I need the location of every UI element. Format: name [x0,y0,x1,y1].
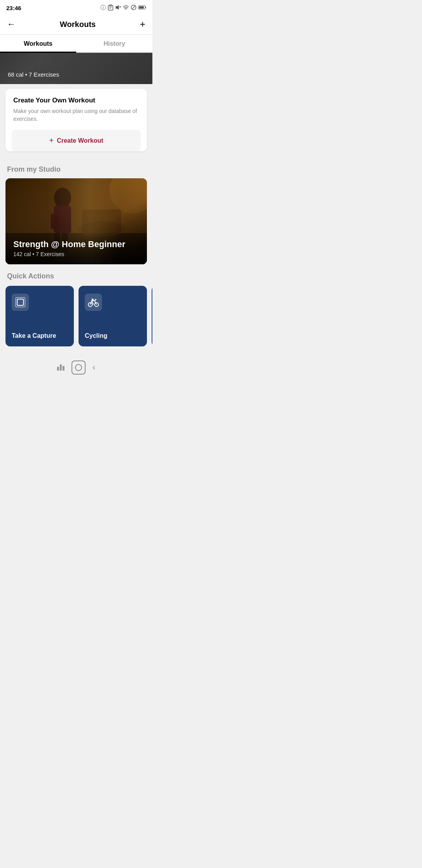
svg-point-7 [125,9,126,10]
svg-rect-11 [139,6,144,9]
back-button[interactable]: ← [7,19,16,29]
svg-rect-20 [51,213,59,229]
svg-rect-16 [82,210,121,233]
wifi-icon [123,5,129,11]
quick-actions-section: Quick Actions Take a Capture [0,264,152,351]
svg-line-32 [92,301,93,301]
studio-card-meta: 142 cal • 7 Exercises [13,251,139,257]
create-workout-title: Create Your Own Workout [13,97,139,104]
svg-point-17 [109,178,147,213]
scan-icon [15,297,25,307]
create-workout-description: Make your own workout plan using our dat… [13,108,139,123]
partial-workout-card[interactable]: 68 cal • 7 Exercises [0,53,152,84]
bar-chart-icon [57,364,64,371]
svg-rect-12 [145,7,146,8]
cycling-label: Cycling [85,332,141,339]
take-capture-icon-bg [12,294,29,311]
block-icon [131,5,136,11]
add-button[interactable]: + [140,19,145,30]
studio-section-heading: From my Studio [0,158,152,178]
svg-marker-4 [116,5,119,10]
studio-card-title: Strength @ Home Beginner [13,239,139,249]
status-icons: ⓘ [100,4,146,12]
svg-line-29 [95,300,96,301]
svg-rect-0 [108,5,113,10]
svg-point-31 [92,299,94,301]
home-icon-circle [75,364,82,371]
tab-bar: Workouts History [0,35,152,53]
studio-workout-card[interactable]: Strength @ Home Beginner 142 cal • 7 Exe… [5,178,147,264]
quick-action-cycling[interactable]: Cycling [79,286,147,346]
create-workout-card: Create Your Own Workout Make your own wo… [5,89,147,151]
svg-point-18 [54,188,71,208]
create-workout-plus-icon: + [49,136,54,145]
studio-card-info: Strength @ Home Beginner 142 cal • 7 Exe… [5,233,147,264]
back-gesture-icon[interactable]: ‹ [93,362,95,373]
take-capture-label: Take a Capture [12,332,68,339]
quick-action-partial-card: ‹ [152,286,152,346]
tab-history[interactable]: History [76,35,152,52]
cycling-icon [88,298,99,307]
gesture-bar-area: ‹ [0,359,152,376]
quick-actions-row: Take a Capture [0,286,152,346]
app-header: ← Workouts + [0,14,152,35]
info-icon: ⓘ [100,4,106,11]
cycling-icon-bg [85,294,102,311]
partial-card-background [0,53,152,84]
battery-icon [138,5,146,11]
status-time: 23:46 [6,5,21,11]
svg-rect-19 [54,206,71,233]
page-title: Workouts [60,20,96,29]
tab-workouts[interactable]: Workouts [0,35,76,52]
quick-actions-heading: Quick Actions [0,272,152,286]
partial-card-meta: 68 cal • 7 Exercises [8,71,59,78]
svg-rect-25 [17,299,23,305]
mute-icon [115,5,121,11]
svg-line-9 [132,6,135,9]
home-gesture-icon[interactable] [72,360,86,375]
create-workout-button[interactable]: + Create Workout [12,130,141,151]
quick-action-take-capture[interactable]: Take a Capture [5,286,74,346]
create-workout-button-label: Create Workout [57,137,103,144]
clipboard-icon [108,4,113,12]
status-bar: 23:46 ⓘ [0,0,152,14]
